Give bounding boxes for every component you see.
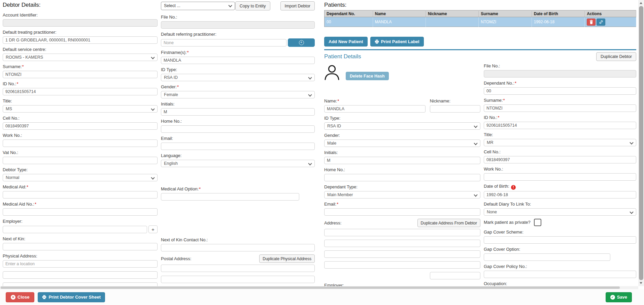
medical-aid-option-input[interactable] <box>161 193 299 201</box>
vertical-scrollbar <box>638 0 644 286</box>
field-label: Employer: <box>324 283 344 286</box>
postal-address-block: Postal Address: Duplicate Physical Addre… <box>161 254 315 286</box>
patient-id-no-input[interactable] <box>484 122 636 129</box>
physical-address-line3-input[interactable] <box>3 282 158 286</box>
nickname-input[interactable] <box>430 105 480 113</box>
referring-practitioner-input[interactable] <box>161 39 286 47</box>
postal-address-line2-input[interactable] <box>161 276 315 283</box>
field-gap-cover-scheme: Gap Cover Scheme: <box>484 230 636 244</box>
next-of-kin-contact-input[interactable] <box>161 244 315 251</box>
add-new-patient-button[interactable]: Add New Patient <box>324 37 368 47</box>
debtor-details-panel: Debtor Details: Account Identifier: Defa… <box>3 1 315 286</box>
postal-address-line1-input[interactable] <box>161 265 315 272</box>
dependant-no-input[interactable] <box>484 87 636 95</box>
add-referring-practitioner-button[interactable]: + <box>288 38 315 47</box>
save-button[interactable]: ✓ Save <box>606 292 632 302</box>
debtor-email-input[interactable] <box>161 143 315 150</box>
physical-address-line2-input[interactable] <box>3 271 158 279</box>
patient-address-line2-input[interactable] <box>324 240 480 247</box>
chevron-down-icon <box>308 93 312 96</box>
link-patient-button[interactable] <box>597 19 605 26</box>
patient-name-input[interactable] <box>324 105 426 113</box>
vat-no-input[interactable] <box>3 157 158 164</box>
field-label: Employer: <box>3 219 23 224</box>
import-debtor-button[interactable]: Import Debtor <box>280 1 315 10</box>
patient-gender-select[interactable]: Male <box>324 140 480 147</box>
medical-aid-input[interactable] <box>3 191 158 199</box>
patient-email-input[interactable] <box>324 208 480 216</box>
debtor-employer-input[interactable] <box>3 226 147 233</box>
patient-initials-input[interactable] <box>324 157 480 164</box>
delete-face-hash-button[interactable]: Delete Face Hash <box>346 72 389 80</box>
debtor-file-no-input <box>161 21 315 29</box>
gap-cover-option-input[interactable] <box>484 253 610 261</box>
patient-surname-input[interactable] <box>484 104 636 112</box>
add-employer-button[interactable]: + <box>148 225 158 233</box>
patient-cell-no-input[interactable] <box>484 156 636 163</box>
field-debtor-file-no: File No.: <box>161 14 315 29</box>
field-date-of-birth: Date of Birth:! <box>484 184 636 199</box>
field-patient-initials: Initials: <box>324 150 480 164</box>
debtor-surname-input[interactable] <box>3 71 158 78</box>
firstname-input[interactable] <box>161 57 315 64</box>
copy-to-entity-button[interactable]: Copy to Entity <box>235 1 270 10</box>
debtor-type-select[interactable]: Normal <box>3 174 158 181</box>
debtor-home-no-input[interactable] <box>161 125 315 133</box>
patient-address-line1-input[interactable] <box>324 229 480 236</box>
patient-address-code-input[interactable] <box>430 272 480 279</box>
debtor-initials-input[interactable] <box>161 108 315 116</box>
field-dependant-type: Dependant Type: Main Member <box>324 184 480 199</box>
debtor-gender-select[interactable]: Female <box>161 91 315 98</box>
duplicate-address-from-debtor-button[interactable]: Duplicate Address From Debtor <box>417 219 480 227</box>
entity-select[interactable]: Select ... <box>161 2 235 10</box>
required-asterisk: * <box>498 115 499 120</box>
field-label: Initials: <box>161 101 174 106</box>
print-patient-label-button[interactable]: Print Patient Label <box>370 37 424 47</box>
debtor-work-no-input[interactable] <box>3 140 158 147</box>
date-of-birth-input[interactable] <box>484 191 636 199</box>
patient-title-select[interactable]: MR <box>484 139 636 146</box>
patient-row[interactable]: 00 MANDLA NTOMZI 1992-06-18 <box>325 17 636 27</box>
medical-aid-no-input[interactable] <box>3 208 158 216</box>
default-diary-select[interactable]: None <box>484 208 636 216</box>
debtor-details-title: Debtor Details: <box>3 1 158 8</box>
required-asterisk: * <box>35 202 36 207</box>
print-debtor-cover-sheet-button[interactable]: Print Debtor Cover Sheet <box>38 292 105 302</box>
dependant-type-select[interactable]: Main Member <box>324 191 480 199</box>
field-patient-home-no: Home No.: <box>324 167 480 181</box>
duplicate-physical-address-button[interactable]: Duplicate Physical Address <box>259 254 315 263</box>
required-asterisk: * <box>177 84 179 89</box>
treating-practitioner-input[interactable] <box>3 36 158 44</box>
physical-address-line1-input[interactable] <box>3 260 158 268</box>
cell-actions <box>585 17 636 27</box>
service-centre-select[interactable]: ROOMS - KAMERS <box>3 54 158 61</box>
vertical-scrollbar-thumb[interactable] <box>639 6 643 280</box>
field-debtor-initials: Initials: <box>161 101 315 116</box>
patient-work-no-input[interactable] <box>484 173 636 181</box>
patient-home-no-input[interactable] <box>324 174 480 181</box>
scroll-up-icon[interactable] <box>640 2 642 4</box>
close-button[interactable]: ✕ Close <box>6 292 34 302</box>
field-label: Firstname(s): <box>161 50 187 55</box>
gap-cover-policy-no-input[interactable] <box>484 271 636 278</box>
debtor-title-select[interactable]: MS <box>3 105 158 113</box>
field-label: File No.: <box>161 14 177 20</box>
debtor-id-type-select[interactable]: RSA ID <box>161 74 315 81</box>
horizontal-scrollbar-thumb[interactable] <box>1 286 620 289</box>
debtor-cell-no-input[interactable] <box>3 122 158 130</box>
duplicate-debtor-button[interactable]: Duplicate Debtor <box>596 52 636 61</box>
field-label: Work No.: <box>484 166 503 172</box>
next-of-kin-input[interactable] <box>3 243 158 250</box>
language-select[interactable]: English <box>161 160 315 167</box>
patient-address-line4-input[interactable] <box>324 261 480 269</box>
delete-patient-button[interactable] <box>587 19 596 26</box>
debtor-id-no-input[interactable] <box>3 88 158 95</box>
field-label: Medical Aid No.: <box>3 202 34 207</box>
patient-id-type-select[interactable]: RSA ID <box>324 122 480 130</box>
field-gap-cover-option: Gap Cover Option: <box>484 247 636 261</box>
patient-address-line3-input[interactable] <box>324 250 480 258</box>
gap-cover-scheme-input[interactable] <box>484 236 636 244</box>
private-checkbox[interactable] <box>534 219 541 226</box>
scroll-down-icon[interactable] <box>640 282 642 284</box>
field-label: Medical Aid Option: <box>161 186 199 191</box>
